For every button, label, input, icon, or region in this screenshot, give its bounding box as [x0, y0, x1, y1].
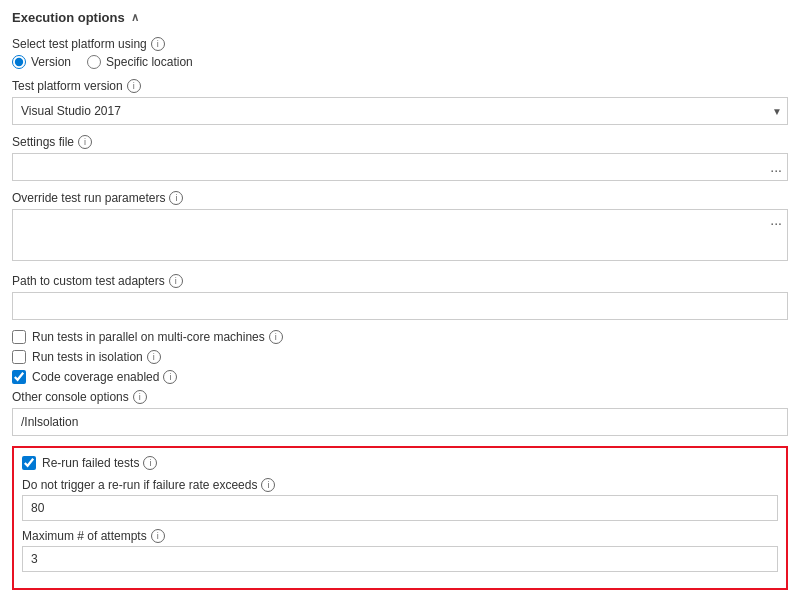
- other-console-input[interactable]: /Inlsolation: [12, 408, 788, 436]
- coverage-checkbox[interactable]: [12, 370, 26, 384]
- custom-adapters-group: Path to custom test adapters i: [12, 274, 788, 320]
- coverage-label: Code coverage enabled i: [32, 370, 177, 384]
- platform-version-dropdown-wrapper: Visual Studio 2017 Visual Studio 2019 Vi…: [12, 97, 788, 125]
- max-attempts-group: Maximum # of attempts i 3: [22, 529, 778, 572]
- other-console-group: Other console options i /Inlsolation: [12, 390, 788, 436]
- isolation-info-icon[interactable]: i: [147, 350, 161, 364]
- settings-file-wrapper: ...: [12, 153, 788, 181]
- radio-specific-location[interactable]: Specific location: [87, 55, 193, 69]
- platform-version-select[interactable]: Visual Studio 2017 Visual Studio 2019 Vi…: [12, 97, 788, 125]
- isolation-label: Run tests in isolation i: [32, 350, 161, 364]
- platform-version-label: Test platform version i: [12, 79, 788, 93]
- override-params-wrapper: ...: [12, 209, 788, 264]
- execution-options-panel: Execution options ∧ Select test platform…: [0, 0, 800, 590]
- rerun-checkbox-row: Re-run failed tests i: [22, 456, 778, 470]
- max-attempts-label: Maximum # of attempts i: [22, 529, 778, 543]
- section-title: Execution options: [12, 10, 125, 25]
- other-console-label: Other console options i: [12, 390, 788, 404]
- platform-select-group: Select test platform using i Version Spe…: [12, 37, 788, 69]
- section-header[interactable]: Execution options ∧: [12, 10, 788, 25]
- settings-file-ellipsis-button[interactable]: ...: [766, 160, 786, 174]
- coverage-info-icon[interactable]: i: [163, 370, 177, 384]
- isolation-checkbox[interactable]: [12, 350, 26, 364]
- radio-version[interactable]: Version: [12, 55, 71, 69]
- rerun-section: Re-run failed tests i Do not trigger a r…: [12, 446, 788, 590]
- platform-version-group: Test platform version i Visual Studio 20…: [12, 79, 788, 125]
- rerun-checkbox[interactable]: [22, 456, 36, 470]
- parallel-checkbox-row: Run tests in parallel on multi-core mach…: [12, 330, 788, 344]
- settings-file-label: Settings file i: [12, 135, 788, 149]
- coverage-checkbox-row: Code coverage enabled i: [12, 370, 788, 384]
- platform-select-info-icon[interactable]: i: [151, 37, 165, 51]
- custom-adapters-info-icon[interactable]: i: [169, 274, 183, 288]
- override-params-group: Override test run parameters i ...: [12, 191, 788, 264]
- rerun-info-icon[interactable]: i: [143, 456, 157, 470]
- isolation-checkbox-row: Run tests in isolation i: [12, 350, 788, 364]
- other-console-info-icon[interactable]: i: [133, 390, 147, 404]
- parallel-checkbox[interactable]: [12, 330, 26, 344]
- custom-adapters-label: Path to custom test adapters i: [12, 274, 788, 288]
- settings-file-group: Settings file i ...: [12, 135, 788, 181]
- platform-version-info-icon[interactable]: i: [127, 79, 141, 93]
- failure-rate-info-icon[interactable]: i: [261, 478, 275, 492]
- failure-rate-label: Do not trigger a re-run if failure rate …: [22, 478, 778, 492]
- custom-adapters-input[interactable]: [12, 292, 788, 320]
- override-params-textarea[interactable]: [12, 209, 788, 261]
- collapse-chevron: ∧: [131, 11, 139, 24]
- rerun-label: Re-run failed tests i: [42, 456, 157, 470]
- platform-select-label: Select test platform using i: [12, 37, 788, 51]
- settings-file-info-icon[interactable]: i: [78, 135, 92, 149]
- parallel-label: Run tests in parallel on multi-core mach…: [32, 330, 283, 344]
- platform-radio-group: Version Specific location: [12, 55, 788, 69]
- parallel-info-icon[interactable]: i: [269, 330, 283, 344]
- override-params-ellipsis-button[interactable]: ...: [766, 213, 786, 227]
- max-attempts-info-icon[interactable]: i: [151, 529, 165, 543]
- failure-rate-input[interactable]: 80: [22, 495, 778, 521]
- max-attempts-input[interactable]: 3: [22, 546, 778, 572]
- settings-file-input[interactable]: [12, 153, 788, 181]
- failure-rate-group: Do not trigger a re-run if failure rate …: [22, 478, 778, 521]
- override-params-info-icon[interactable]: i: [169, 191, 183, 205]
- override-params-label: Override test run parameters i: [12, 191, 788, 205]
